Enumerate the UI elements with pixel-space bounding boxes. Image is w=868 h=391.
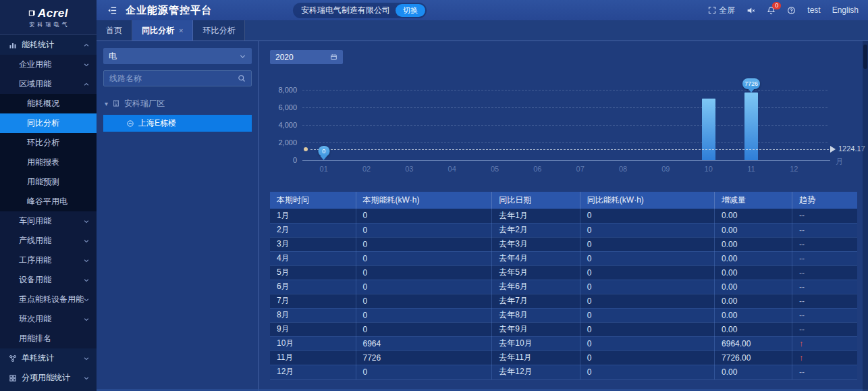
tree-root-node[interactable]: ▾ 安科瑞厂区 [103,95,252,112]
caret-down-icon[interactable]: ▾ [105,100,108,107]
sidebar-item-0[interactable]: 能耗统计 [0,35,97,55]
column-header: 本期能耗(kW·h) [356,192,492,209]
sidebar-item-9[interactable]: 车间用能 [0,211,97,231]
trend-flat: -- [799,367,805,377]
logo-mark-icon [28,9,36,17]
tabbar-spacer [245,20,868,41]
data-marker-pin: 0 [318,146,329,160]
table-row[interactable]: 3月0去年3月00.00-- [270,237,857,251]
sidebar-menu: 能耗统计企业用能区域用能能耗概况同比分析环比分析用能报表用能预测峰谷平用电车间用… [0,35,97,391]
trend-cell: ↑ [792,336,857,350]
table-row[interactable]: 11月7726去年11月07726.00↑ [270,350,857,365]
x-axis-tick-label: 12 [790,165,798,173]
sidebar-item-7[interactable]: 用能预测 [0,172,97,192]
yoy-table: 本期时间本期能耗(kW·h)同比日期同比能耗(kW·h)增减量趋势 1月0去年1… [270,192,857,380]
switch-company-button[interactable]: 切换 [396,4,425,17]
x-axis-tick-label: 03 [405,165,413,173]
table-cell: 0.00 [715,365,792,379]
table-row[interactable]: 9月0去年9月00.00-- [270,322,857,336]
table-row[interactable]: 8月0去年8月00.00-- [270,308,857,322]
tab-2[interactable]: 环比分析 [193,20,245,41]
table-cell: 0.00 [715,294,792,308]
sidebar-item-4[interactable]: 同比分析 [0,113,97,133]
mute-button[interactable] [747,6,755,15]
tab-0[interactable]: 首页 [97,20,132,41]
sidebar-item-label: 能耗统计 [22,39,54,51]
sidebar-item-11[interactable]: 工序用能 [0,251,97,270]
table-cell: 去年6月 [492,280,580,294]
trend-flat: -- [799,268,805,278]
username[interactable]: test [807,5,820,15]
vertical-scrollbar[interactable] [863,41,868,391]
table-row[interactable]: 2月0去年2月00.00-- [270,223,857,237]
sidebar-item-12[interactable]: 设备用能 [0,270,97,290]
tree-node-label: 上海E栋楼 [138,118,176,129]
meter-icon [126,120,134,128]
sidebar-item-17[interactable]: 分项用能统计 [0,368,97,388]
sidebar-item-14[interactable]: 班次用能 [0,309,97,329]
table-cell: 0 [580,209,714,223]
energy-type-select[interactable]: 电 [103,48,252,64]
chevron-up-icon [83,81,90,88]
table-cell: 6964 [356,336,492,350]
fullscreen-button[interactable]: 全屏 [708,5,735,16]
table-cell: 8月 [270,308,356,322]
sidebar-item-1[interactable]: 企业用能 [0,55,97,74]
x-axis-line [302,160,830,161]
line-search-input[interactable] [109,74,238,83]
table-row[interactable]: 12月0去年12月00.00-- [270,365,857,379]
fullscreen-icon [708,6,716,14]
help-icon [787,6,796,15]
table-header-row: 本期时间本期能耗(kW·h)同比日期同比能耗(kW·h)增减量趋势 [270,192,857,209]
y-axis-tick-label: 8,000 [270,86,297,94]
sidebar-item-6[interactable]: 用能报表 [0,153,97,172]
filter-panel: 电 ▾ 安科瑞 [97,41,259,391]
sidebar-item-label: 用能排名 [19,333,51,344]
marker-value-label: 7726 [742,78,760,89]
x-axis-tick-label: 08 [619,165,627,173]
notification-badge: 0 [772,2,781,9]
table-row[interactable]: 7月0去年7月00.00-- [270,294,857,308]
tab-1[interactable]: 同比分析× [132,20,193,41]
tab-label: 同比分析 [142,25,174,36]
table-cell: 7726 [356,350,492,365]
help-button[interactable] [787,6,796,15]
line-search [103,70,252,86]
year-picker[interactable]: 2020 [270,50,343,64]
language-switch[interactable]: English [832,5,859,15]
sidebar-item-10[interactable]: 产线用能 [0,231,97,251]
sidebar-item-15[interactable]: 用能排名 [0,329,97,348]
menu-fold-icon[interactable] [107,5,117,16]
tab-close-icon[interactable]: × [179,26,183,34]
search-icon[interactable] [238,74,246,82]
table-row[interactable]: 5月0去年5月00.00-- [270,265,857,280]
company-selector[interactable]: 安科瑞电气制造有限公司 切换 [293,3,427,18]
table-row[interactable]: 10月6964去年10月06964.00↑ [270,336,857,350]
sidebar-item-16[interactable]: 单耗统计 [0,348,97,368]
table-cell: 0 [580,265,714,280]
x-axis-unit-label: 月 [836,157,843,167]
sidebar-item-label: 产线用能 [19,235,51,246]
scrollbar-thumb[interactable] [863,45,867,69]
table-cell: 7月 [270,294,356,308]
table-cell: 去年4月 [492,251,580,265]
table-cell: 0.00 [715,308,792,322]
trend-flat: -- [799,296,805,306]
table-row[interactable]: 1月0去年1月00.00-- [270,209,857,223]
sidebar-item-label: 设备用能 [19,274,51,286]
sidebar-item-2[interactable]: 区域用能 [0,74,97,94]
notifications-button[interactable]: 0 [767,6,776,15]
trend-cell: -- [792,265,857,280]
table-row[interactable]: 4月0去年4月00.00-- [270,251,857,265]
year-value: 2020 [275,53,294,62]
sidebar-item-8[interactable]: 峰谷平用电 [0,192,97,211]
table-cell: 12月 [270,365,356,379]
sidebar-item-5[interactable]: 环比分析 [0,133,97,153]
sidebar-item-13[interactable]: 重点能耗设备用能 [0,290,97,309]
table-cell: 去年11月 [492,350,580,365]
table-row[interactable]: 6月0去年6月00.00-- [270,280,857,294]
tree-node-selected[interactable]: 上海E栋楼 [103,115,252,132]
sidebar-item-3[interactable]: 能耗概况 [0,94,97,113]
table-cell: 去年2月 [492,223,580,237]
brand-logo: Acrel 安科瑞电气 [0,0,97,35]
